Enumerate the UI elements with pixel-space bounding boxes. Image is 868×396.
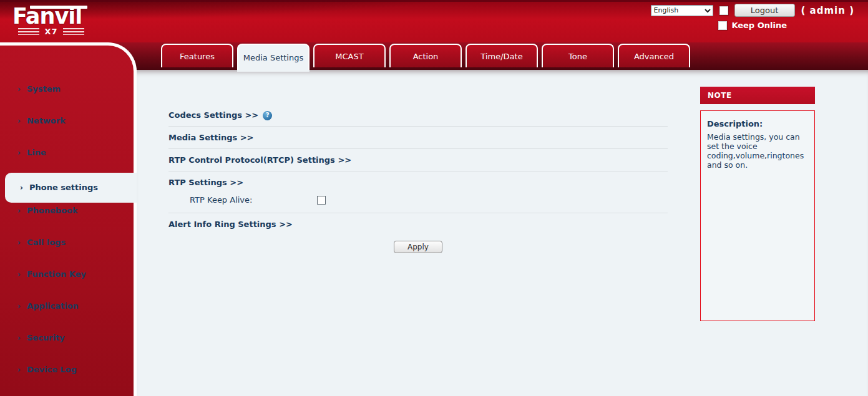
chevron-right-icon: ›: [17, 85, 21, 94]
section-rtp-settings[interactable]: RTP Settings >>: [168, 178, 668, 188]
chevron-right-icon: ›: [17, 334, 21, 342]
section-title[interactable]: Codecs Settings >>: [168, 110, 258, 120]
rtp-keep-alive-label: RTP Keep Alive:: [190, 195, 317, 205]
note-description-label: Description:: [707, 119, 808, 128]
tab-mcast[interactable]: MCAST: [313, 44, 386, 67]
section-media-settings[interactable]: Media Settings >>: [168, 133, 668, 143]
tab-bar: Features Media Settings MCAST Action Tim…: [161, 44, 690, 70]
sidebar-item-label: Function Key: [27, 269, 86, 279]
chevron-right-icon: ›: [17, 365, 21, 374]
note-description-text: Media settings, you can set the voice co…: [707, 132, 808, 170]
chevron-right-icon: ›: [17, 302, 21, 311]
chevron-right-icon: ›: [20, 183, 23, 192]
note-box: Description: Media settings, you can set…: [700, 110, 815, 321]
section-title[interactable]: Media Settings >>: [168, 133, 254, 143]
divider: [168, 126, 668, 127]
sidebar-item-device-log[interactable]: › Device Log: [0, 362, 134, 394]
sidebar-item-label: Security: [27, 333, 65, 343]
sidebar-item-phonebook[interactable]: › Phonebook: [0, 203, 134, 234]
chevron-right-icon: ›: [17, 270, 21, 279]
chevron-right-icon: ›: [17, 148, 21, 157]
tab-advanced[interactable]: Advanced: [618, 44, 690, 67]
apply-button[interactable]: Apply: [394, 241, 442, 253]
logo-decoration-bar: [30, 6, 87, 9]
tab-action[interactable]: Action: [389, 44, 462, 67]
tab-media-settings[interactable]: Media Settings: [237, 44, 310, 70]
keep-online-row: Keep Online: [718, 21, 787, 30]
section-title[interactable]: Alert Info Ring Settings >>: [168, 220, 293, 229]
sidebar-item-network[interactable]: › Network: [0, 113, 134, 145]
rtp-keep-alive-checkbox[interactable]: [317, 196, 326, 205]
note-title: NOTE: [700, 87, 815, 104]
language-select[interactable]: English: [651, 5, 713, 16]
keep-online-label: Keep Online: [731, 21, 787, 30]
tab-tone[interactable]: Tone: [542, 44, 614, 67]
divider: [168, 171, 668, 171]
sidebar-item-security[interactable]: › Security: [0, 330, 134, 362]
header-controls: English Logout ( admin ): [651, 4, 854, 17]
admin-label: ( admin ): [801, 5, 854, 16]
sidebar-item-label: Application: [27, 301, 79, 311]
note-panel: NOTE Description: Media settings, you ca…: [700, 87, 815, 321]
logo-lines-left-icon: [18, 28, 39, 35]
logo-model-row: X7: [12, 27, 90, 36]
sidebar-item-label: Phone settings: [29, 183, 98, 193]
sidebar-item-line[interactable]: › Line: [0, 145, 134, 176]
sidebar-item-phone-settings[interactable]: › Phone settings: [5, 173, 137, 203]
sidebar-item-application[interactable]: › Application: [0, 298, 134, 330]
logout-button[interactable]: Logout: [734, 4, 795, 17]
sidebar-item-system[interactable]: › System: [0, 81, 134, 113]
model-name: X7: [44, 27, 57, 36]
logo-lines-right-icon: [63, 28, 84, 35]
rtp-keep-alive-row: RTP Keep Alive:: [168, 195, 668, 205]
sidebar-item-label: System: [27, 84, 61, 94]
chevron-right-icon: ›: [17, 117, 21, 125]
sidebar-item-call-logs[interactable]: › Call logs: [0, 234, 134, 266]
section-title[interactable]: RTP Settings >>: [168, 178, 243, 188]
keep-online-checkbox[interactable]: [718, 21, 727, 30]
apply-row: Apply: [168, 240, 668, 253]
tab-time-date[interactable]: Time/Date: [466, 44, 538, 67]
tab-features[interactable]: Features: [161, 44, 233, 67]
divider: [168, 213, 668, 213]
header-checkbox[interactable]: [719, 6, 728, 15]
chevron-right-icon: ›: [17, 238, 21, 247]
sidebar: › System › Network › Line › Phone settin…: [0, 42, 137, 396]
sidebar-item-label: Phonebook: [27, 206, 78, 216]
sidebar-item-label: Line: [27, 148, 46, 158]
page: Fanvil X7 English Logout ( admin ) Keep …: [0, 0, 868, 396]
chevron-right-icon: ›: [17, 206, 21, 215]
settings-sections: Codecs Settings >> ? Media Settings >> R…: [168, 104, 668, 253]
sidebar-item-label: Call logs: [27, 238, 66, 248]
help-icon[interactable]: ?: [263, 111, 272, 120]
header-bar: Fanvil X7 English Logout ( admin ) Keep …: [0, 0, 868, 42]
section-alert-info-ring-settings[interactable]: Alert Info Ring Settings >>: [168, 220, 668, 229]
section-rtcp-settings[interactable]: RTP Control Protocol(RTCP) Settings >>: [168, 155, 668, 165]
brand-logo: Fanvil X7: [12, 4, 100, 36]
divider: [168, 148, 668, 149]
sidebar-menu: › System › Network › Line › Phone settin…: [0, 81, 134, 394]
sidebar-item-label: Network: [27, 116, 66, 126]
sidebar-item-label: Device Log: [27, 365, 77, 375]
section-title[interactable]: RTP Control Protocol(RTCP) Settings >>: [168, 155, 351, 165]
section-codecs-settings[interactable]: Codecs Settings >> ?: [168, 110, 668, 120]
sidebar-item-function-key[interactable]: › Function Key: [0, 266, 134, 298]
